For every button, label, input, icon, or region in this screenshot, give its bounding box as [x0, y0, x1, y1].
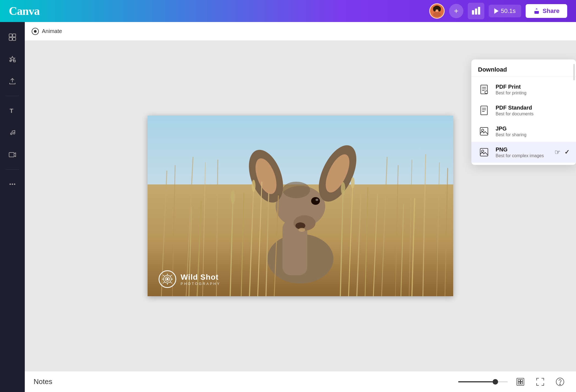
sidebar-item-layout[interactable] — [3, 28, 22, 47]
png-icon — [478, 146, 490, 158]
svg-text:T: T — [10, 107, 13, 114]
svg-rect-9 — [478, 7, 480, 15]
svg-rect-87 — [481, 106, 487, 115]
svg-point-6 — [438, 7, 441, 12]
header: Canva + 5 — [0, 0, 576, 22]
svg-rect-96 — [518, 380, 520, 382]
animate-button[interactable]: Animate — [31, 28, 62, 35]
svg-line-77 — [170, 282, 172, 283]
dropdown-item-pdf-print[interactable]: PDF Print Best for printing — [471, 79, 576, 100]
help-icon — [555, 377, 565, 386]
svg-point-65 — [351, 177, 355, 188]
svg-point-22 — [14, 184, 15, 185]
canvas-wrapper: Animate — [25, 22, 576, 392]
svg-point-20 — [10, 184, 11, 185]
fullscreen-icon — [536, 377, 545, 386]
svg-point-46 — [316, 199, 318, 201]
share-button[interactable]: Share — [526, 4, 567, 18]
check-icon: ✓ — [564, 149, 569, 156]
play-icon — [494, 8, 499, 14]
chart-icon — [471, 6, 481, 16]
canva-logo[interactable]: Canva — [9, 4, 40, 18]
sidebar-item-elements[interactable] — [3, 50, 22, 69]
pdf-standard-icon — [478, 104, 490, 116]
svg-rect-19 — [9, 153, 14, 157]
bottom-right — [458, 375, 567, 389]
pdf-print-text: PDF Print Best for printing — [496, 84, 569, 96]
slider-thumb — [493, 379, 498, 385]
upload-icon — [9, 77, 16, 85]
logo-overlay: Wild Shot PHOTOGRAPHY — [159, 270, 221, 288]
svg-point-94 — [482, 150, 484, 152]
svg-point-50 — [282, 182, 310, 198]
sidebar-item-video[interactable] — [3, 145, 22, 164]
svg-rect-8 — [475, 9, 477, 15]
dropdown-item-pdf-standard[interactable]: PDF Standard Best for documents — [471, 100, 576, 121]
svg-point-64 — [341, 182, 345, 195]
svg-point-101 — [560, 384, 561, 385]
sidebar: T — [0, 22, 25, 392]
svg-point-24 — [34, 30, 36, 32]
pdf-print-icon — [478, 83, 490, 96]
bottom-bar: Notes — [25, 371, 576, 392]
notes-label: Notes — [34, 377, 52, 386]
audio-icon — [9, 129, 16, 137]
sidebar-divider-2 — [6, 169, 19, 170]
play-button[interactable]: 50.1s — [489, 5, 521, 17]
png-text: PNG Best for complex images — [496, 146, 559, 158]
camera-icon — [162, 274, 173, 285]
layout-icon — [9, 33, 16, 41]
dropdown-item-png[interactable]: PNG Best for complex images ☞ ✓ — [471, 142, 576, 163]
svg-point-5 — [433, 7, 436, 12]
dropdown-header: Download — [471, 62, 576, 77]
pdf-standard-text: PDF Standard Best for documents — [496, 105, 569, 116]
zoom-slider[interactable] — [458, 381, 508, 382]
sidebar-item-text[interactable]: T — [3, 101, 22, 120]
avatar[interactable] — [429, 3, 445, 19]
svg-point-47 — [294, 215, 316, 231]
svg-rect-99 — [521, 382, 523, 384]
dropdown-item-jpg[interactable]: JPG Best for sharing — [471, 121, 576, 142]
svg-rect-98 — [518, 382, 520, 384]
jpg-text: JPG Best for sharing — [496, 126, 569, 137]
design-canvas: Wild Shot PHOTOGRAPHY — [148, 116, 453, 296]
analytics-button[interactable] — [468, 3, 484, 19]
svg-rect-10 — [9, 34, 12, 37]
svg-point-48 — [295, 222, 305, 229]
fit-to-screen-button[interactable] — [513, 375, 528, 389]
dropdown-divider — [471, 77, 576, 77]
share-icon — [533, 8, 540, 14]
fit-screen-icon — [516, 377, 525, 386]
svg-point-92 — [482, 129, 484, 131]
text-icon: T — [9, 107, 16, 115]
canvas-area[interactable]: Wild Shot PHOTOGRAPHY Download — [25, 41, 576, 371]
svg-point-62 — [231, 190, 235, 204]
slider-fill — [458, 381, 493, 382]
elements-icon — [9, 55, 16, 63]
svg-rect-97 — [521, 380, 523, 382]
logo-text: Wild Shot PHOTOGRAPHY — [181, 273, 221, 286]
slider-track — [458, 381, 508, 382]
svg-point-86 — [485, 91, 488, 94]
help-button[interactable] — [553, 375, 567, 389]
download-dropdown: Download PDF Print — [471, 59, 576, 165]
sidebar-item-audio[interactable] — [3, 123, 22, 142]
jpg-icon — [478, 125, 490, 137]
sidebar-item-more[interactable] — [3, 175, 22, 194]
sidebar-item-upload[interactable] — [3, 72, 22, 91]
svg-point-21 — [12, 184, 13, 185]
sidebar-divider — [6, 96, 19, 96]
add-button[interactable]: + — [449, 4, 463, 18]
svg-rect-11 — [13, 34, 16, 37]
canvas-image — [148, 116, 453, 296]
svg-rect-12 — [9, 37, 12, 40]
video-icon — [9, 151, 16, 159]
svg-point-2 — [433, 12, 441, 17]
svg-rect-7 — [472, 10, 474, 15]
svg-point-63 — [252, 180, 256, 192]
scrollbar[interactable] — [573, 64, 575, 80]
svg-rect-91 — [480, 127, 488, 135]
more-icon — [9, 180, 16, 188]
svg-point-73 — [167, 278, 168, 280]
fullscreen-button[interactable] — [533, 375, 547, 389]
